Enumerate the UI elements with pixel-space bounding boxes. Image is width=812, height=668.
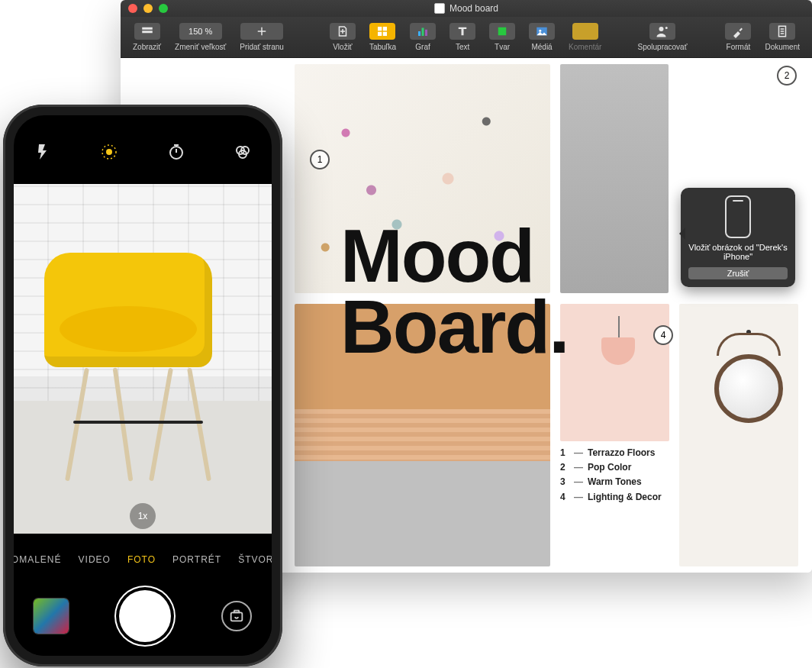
collaborate-button[interactable]: Spolupracovať bbox=[632, 19, 694, 56]
insert-label: Vložiť bbox=[333, 43, 352, 51]
chair-legs bbox=[60, 360, 212, 482]
chart-label: Graf bbox=[415, 43, 430, 51]
marker-1: 1 bbox=[310, 150, 330, 169]
svg-rect-6 bbox=[418, 31, 420, 36]
zoom-button[interactable]: 150 % Zmeniť veľkosť bbox=[169, 19, 232, 56]
format-label: Formát bbox=[727, 43, 751, 51]
mode-photo[interactable]: FOTO bbox=[127, 554, 156, 565]
zoom-label: Zmeniť veľkosť bbox=[175, 43, 226, 51]
titlebar: Mood board bbox=[121, 0, 812, 17]
media-button[interactable]: Médiá bbox=[523, 19, 561, 56]
flash-icon[interactable] bbox=[34, 143, 52, 161]
close-icon[interactable] bbox=[128, 4, 137, 13]
shape-button[interactable]: Tvar bbox=[483, 19, 521, 56]
lamp-illustration bbox=[595, 316, 641, 377]
live-photo-icon[interactable] bbox=[100, 143, 118, 161]
media-label: Médiá bbox=[531, 43, 552, 51]
legend: 1—Terrazzo Floors 2—Pop Color 3—Warm Ton… bbox=[560, 446, 671, 505]
mode-slowmo[interactable]: SPOMALENÉ bbox=[14, 554, 62, 565]
text-button[interactable]: Text bbox=[443, 19, 482, 56]
svg-point-12 bbox=[659, 27, 663, 31]
table-label: Tabuľka bbox=[369, 43, 396, 51]
svg-rect-21 bbox=[231, 612, 243, 621]
iphone: 1x SPOMALENÉ VIDEO FOTO PORTRÉT ŠTVOREC bbox=[3, 105, 282, 666]
window-title: Mood board bbox=[450, 3, 498, 14]
text-label: Text bbox=[456, 43, 469, 51]
comment-button[interactable]: Komentár bbox=[562, 19, 607, 56]
svg-rect-7 bbox=[422, 28, 424, 37]
svg-rect-9 bbox=[498, 27, 507, 36]
svg-rect-8 bbox=[425, 30, 427, 36]
zoom-value: 150 % bbox=[179, 23, 222, 40]
collaborate-label: Spolupracovať bbox=[638, 43, 688, 51]
last-photo-thumbnail[interactable] bbox=[34, 599, 69, 634]
cancel-button[interactable]: Zrušiť bbox=[688, 267, 788, 279]
shutter-button[interactable] bbox=[119, 590, 171, 642]
comment-label: Komentár bbox=[569, 43, 601, 51]
svg-rect-4 bbox=[378, 32, 382, 36]
switch-camera-icon[interactable] bbox=[221, 601, 252, 631]
minimize-icon[interactable] bbox=[143, 4, 153, 13]
legend-row: 2—Pop Color bbox=[560, 460, 671, 475]
camera-mode-strip[interactable]: SPOMALENÉ VIDEO FOTO PORTRÉT ŠTVOREC bbox=[14, 543, 272, 576]
mode-square[interactable]: ŠTVOREC bbox=[238, 554, 272, 565]
document-button[interactable]: Dokument bbox=[759, 19, 806, 56]
mirror-illustration bbox=[714, 339, 783, 446]
marker-2: 2 bbox=[777, 66, 797, 86]
svg-rect-5 bbox=[383, 32, 387, 36]
iphone-screen: 1x SPOMALENÉ VIDEO FOTO PORTRÉT ŠTVOREC bbox=[14, 115, 272, 656]
mode-portrait[interactable]: PORTRÉT bbox=[172, 554, 221, 565]
document-label: Dokument bbox=[765, 43, 800, 51]
table-button[interactable]: Tabuľka bbox=[363, 19, 402, 56]
shape-label: Tvar bbox=[495, 43, 510, 51]
notch bbox=[78, 115, 208, 137]
mode-video[interactable]: VIDEO bbox=[79, 554, 111, 565]
doc-icon bbox=[434, 3, 445, 14]
legend-row: 3—Warm Tones bbox=[560, 475, 671, 489]
svg-rect-0 bbox=[142, 27, 153, 30]
continuity-camera-popover: Vložiť obrázok od "Derek's iPhone" Zruši… bbox=[681, 188, 795, 287]
marker-4: 4 bbox=[653, 325, 673, 345]
legend-row: 4—Lighting & Decor bbox=[560, 490, 671, 505]
insert-button[interactable]: Vložiť bbox=[324, 19, 362, 56]
filters-icon[interactable] bbox=[234, 143, 252, 161]
toolbar: Zobraziť 150 % Zmeniť veľkosť Pridať str… bbox=[121, 17, 812, 58]
svg-rect-2 bbox=[378, 27, 382, 31]
heading-text[interactable]: Mood Board. bbox=[340, 221, 568, 363]
view-label: Zobraziť bbox=[133, 43, 161, 51]
svg-rect-1 bbox=[142, 31, 153, 33]
add-page-label: Pridať stranu bbox=[240, 43, 284, 51]
chart-button[interactable]: Graf bbox=[404, 19, 442, 56]
window-controls[interactable] bbox=[128, 4, 168, 13]
fullscreen-icon[interactable] bbox=[159, 4, 168, 13]
svg-point-13 bbox=[665, 27, 668, 29]
viewfinder[interactable]: 1x bbox=[14, 184, 272, 534]
format-button[interactable]: Formát bbox=[719, 19, 757, 56]
svg-point-11 bbox=[539, 30, 541, 32]
legend-row: 1—Terrazzo Floors bbox=[560, 446, 671, 460]
svg-rect-3 bbox=[383, 27, 387, 31]
zoom-badge[interactable]: 1x bbox=[130, 503, 156, 529]
view-button[interactable]: Zobraziť bbox=[127, 19, 167, 56]
timer-icon[interactable] bbox=[167, 143, 185, 161]
camera-footer bbox=[14, 576, 272, 656]
svg-point-15 bbox=[106, 149, 112, 155]
add-page-button[interactable]: Pridať stranu bbox=[234, 19, 290, 56]
image-concrete[interactable] bbox=[560, 64, 669, 293]
phone-icon bbox=[725, 195, 751, 238]
yellow-chair bbox=[44, 253, 212, 367]
callout-text: Vložiť obrázok od "Derek's iPhone" bbox=[688, 243, 788, 261]
